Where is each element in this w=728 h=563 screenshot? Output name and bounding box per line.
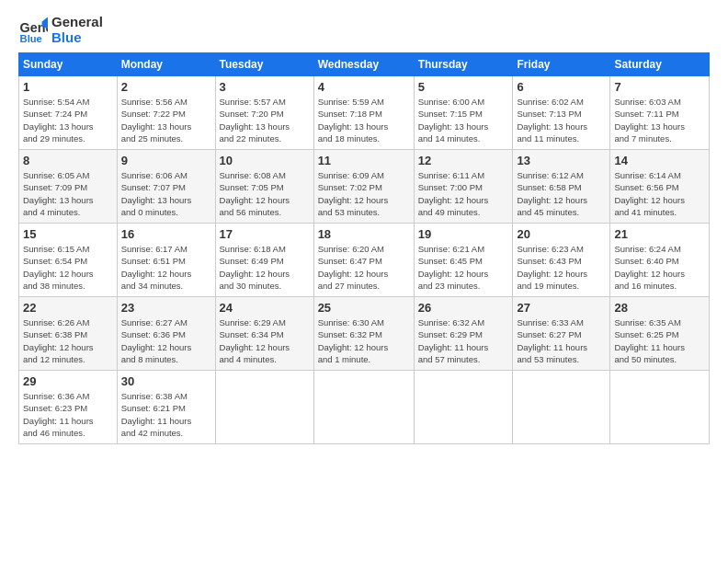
- day-info: Sunrise: 5:54 AM Sunset: 7:24 PM Dayligh…: [23, 96, 113, 144]
- day-number: 12: [418, 154, 509, 167]
- day-number: 22: [23, 301, 113, 315]
- calendar-cell: 6Sunrise: 6:02 AM Sunset: 7:13 PM Daylig…: [513, 76, 610, 150]
- calendar-week-1: 1Sunrise: 5:54 AM Sunset: 7:24 PM Daylig…: [19, 76, 710, 150]
- weekday-header-row: SundayMondayTuesdayWednesdayThursdayFrid…: [19, 53, 710, 76]
- calendar-cell: 25Sunrise: 6:30 AM Sunset: 6:32 PM Dayli…: [313, 297, 414, 371]
- day-number: 1: [23, 80, 113, 94]
- calendar-cell: 11Sunrise: 6:09 AM Sunset: 7:02 PM Dayli…: [313, 150, 414, 224]
- header: General Blue General Blue: [18, 15, 710, 45]
- day-info: Sunrise: 6:05 AM Sunset: 7:09 PM Dayligh…: [23, 169, 113, 218]
- day-info: Sunrise: 6:08 AM Sunset: 7:05 PM Dayligh…: [220, 169, 310, 218]
- day-info: Sunrise: 6:23 AM Sunset: 6:43 PM Dayligh…: [517, 243, 606, 292]
- weekday-header-sunday: Sunday: [19, 53, 118, 76]
- day-info: Sunrise: 6:38 AM Sunset: 6:21 PM Dayligh…: [121, 390, 211, 439]
- calendar-cell: 10Sunrise: 6:08 AM Sunset: 7:05 PM Dayli…: [215, 150, 313, 224]
- day-number: 30: [121, 374, 211, 388]
- day-number: 3: [220, 80, 310, 94]
- calendar-cell: 15Sunrise: 6:15 AM Sunset: 6:54 PM Dayli…: [19, 224, 118, 297]
- calendar-week-2: 8Sunrise: 6:05 AM Sunset: 7:09 PM Daylig…: [19, 150, 710, 224]
- calendar-week-5: 29Sunrise: 6:36 AM Sunset: 6:23 PM Dayli…: [19, 371, 710, 444]
- day-number: 28: [614, 301, 705, 315]
- day-info: Sunrise: 6:00 AM Sunset: 7:15 PM Dayligh…: [418, 96, 509, 144]
- day-info: Sunrise: 6:35 AM Sunset: 6:25 PM Dayligh…: [614, 316, 705, 365]
- day-info: Sunrise: 6:03 AM Sunset: 7:11 PM Dayligh…: [614, 96, 705, 144]
- calendar-cell: [313, 371, 414, 444]
- day-info: Sunrise: 6:17 AM Sunset: 6:51 PM Dayligh…: [121, 243, 211, 292]
- calendar-cell: [610, 371, 710, 444]
- weekday-header-saturday: Saturday: [610, 53, 710, 76]
- day-info: Sunrise: 6:14 AM Sunset: 6:56 PM Dayligh…: [614, 169, 705, 218]
- calendar-cell: 1Sunrise: 5:54 AM Sunset: 7:24 PM Daylig…: [19, 76, 118, 150]
- day-info: Sunrise: 6:27 AM Sunset: 6:36 PM Dayligh…: [121, 316, 211, 365]
- day-number: 25: [318, 301, 410, 315]
- calendar-cell: 26Sunrise: 6:32 AM Sunset: 6:29 PM Dayli…: [414, 297, 513, 371]
- day-number: 20: [517, 227, 606, 241]
- calendar-cell: 16Sunrise: 6:17 AM Sunset: 6:51 PM Dayli…: [117, 224, 215, 297]
- day-number: 21: [614, 227, 705, 241]
- weekday-header-thursday: Thursday: [414, 53, 513, 76]
- day-info: Sunrise: 5:56 AM Sunset: 7:22 PM Dayligh…: [121, 96, 211, 144]
- day-number: 19: [418, 227, 509, 241]
- day-info: Sunrise: 6:24 AM Sunset: 6:40 PM Dayligh…: [614, 243, 705, 292]
- calendar-cell: 18Sunrise: 6:20 AM Sunset: 6:47 PM Dayli…: [313, 224, 414, 297]
- day-number: 9: [121, 154, 211, 167]
- day-number: 15: [23, 227, 113, 241]
- calendar-cell: 29Sunrise: 6:36 AM Sunset: 6:23 PM Dayli…: [19, 371, 118, 444]
- day-info: Sunrise: 6:20 AM Sunset: 6:47 PM Dayligh…: [318, 243, 410, 292]
- logo: General Blue General Blue: [18, 15, 103, 45]
- weekday-header-friday: Friday: [513, 53, 610, 76]
- day-info: Sunrise: 6:09 AM Sunset: 7:02 PM Dayligh…: [318, 169, 410, 218]
- calendar-cell: 2Sunrise: 5:56 AM Sunset: 7:22 PM Daylig…: [117, 76, 215, 150]
- calendar-cell: 20Sunrise: 6:23 AM Sunset: 6:43 PM Dayli…: [513, 224, 610, 297]
- day-info: Sunrise: 6:29 AM Sunset: 6:34 PM Dayligh…: [220, 316, 310, 365]
- calendar-cell: 5Sunrise: 6:00 AM Sunset: 7:15 PM Daylig…: [414, 76, 513, 150]
- day-number: 11: [318, 154, 410, 167]
- calendar-cell: 23Sunrise: 6:27 AM Sunset: 6:36 PM Dayli…: [117, 297, 215, 371]
- day-info: Sunrise: 6:26 AM Sunset: 6:38 PM Dayligh…: [23, 316, 113, 365]
- day-number: 18: [318, 227, 410, 241]
- day-number: 10: [220, 154, 310, 167]
- day-number: 26: [418, 301, 509, 315]
- calendar-week-4: 22Sunrise: 6:26 AM Sunset: 6:38 PM Dayli…: [19, 297, 710, 371]
- calendar-cell: [414, 371, 513, 444]
- day-info: Sunrise: 6:15 AM Sunset: 6:54 PM Dayligh…: [23, 243, 113, 292]
- day-number: 24: [220, 301, 310, 315]
- logo-general: General: [51, 15, 103, 30]
- calendar-cell: 24Sunrise: 6:29 AM Sunset: 6:34 PM Dayli…: [215, 297, 313, 371]
- calendar-cell: 7Sunrise: 6:03 AM Sunset: 7:11 PM Daylig…: [610, 76, 710, 150]
- calendar-cell: 14Sunrise: 6:14 AM Sunset: 6:56 PM Dayli…: [610, 150, 710, 224]
- day-number: 16: [121, 227, 211, 241]
- day-number: 6: [517, 80, 606, 94]
- day-number: 5: [418, 80, 509, 94]
- day-info: Sunrise: 6:06 AM Sunset: 7:07 PM Dayligh…: [121, 169, 211, 218]
- day-number: 4: [318, 80, 410, 94]
- logo-icon: General Blue: [18, 16, 48, 45]
- calendar-cell: [215, 371, 313, 444]
- day-number: 27: [517, 301, 606, 315]
- day-info: Sunrise: 5:57 AM Sunset: 7:20 PM Dayligh…: [220, 96, 310, 144]
- logo-wordmark: General Blue: [51, 15, 103, 45]
- day-info: Sunrise: 6:11 AM Sunset: 7:00 PM Dayligh…: [418, 169, 509, 218]
- weekday-header-tuesday: Tuesday: [215, 53, 313, 76]
- calendar-cell: 19Sunrise: 6:21 AM Sunset: 6:45 PM Dayli…: [414, 224, 513, 297]
- day-info: Sunrise: 6:21 AM Sunset: 6:45 PM Dayligh…: [418, 243, 509, 292]
- day-number: 29: [23, 374, 113, 388]
- page: General Blue General Blue SundayMondayTu…: [0, 0, 728, 563]
- logo-blue: Blue: [51, 30, 103, 46]
- day-number: 13: [517, 154, 606, 167]
- svg-text:Blue: Blue: [20, 32, 42, 43]
- day-number: 2: [121, 80, 211, 94]
- calendar-cell: 22Sunrise: 6:26 AM Sunset: 6:38 PM Dayli…: [19, 297, 118, 371]
- day-info: Sunrise: 6:18 AM Sunset: 6:49 PM Dayligh…: [220, 243, 310, 292]
- day-info: Sunrise: 6:30 AM Sunset: 6:32 PM Dayligh…: [318, 316, 410, 365]
- calendar-cell: 17Sunrise: 6:18 AM Sunset: 6:49 PM Dayli…: [215, 224, 313, 297]
- weekday-header-monday: Monday: [117, 53, 215, 76]
- day-info: Sunrise: 5:59 AM Sunset: 7:18 PM Dayligh…: [318, 96, 410, 144]
- day-info: Sunrise: 6:02 AM Sunset: 7:13 PM Dayligh…: [517, 96, 606, 144]
- day-number: 8: [23, 154, 113, 167]
- day-info: Sunrise: 6:32 AM Sunset: 6:29 PM Dayligh…: [418, 316, 509, 365]
- day-number: 17: [220, 227, 310, 241]
- day-number: 7: [614, 80, 705, 94]
- calendar-cell: 12Sunrise: 6:11 AM Sunset: 7:00 PM Dayli…: [414, 150, 513, 224]
- calendar-cell: 13Sunrise: 6:12 AM Sunset: 6:58 PM Dayli…: [513, 150, 610, 224]
